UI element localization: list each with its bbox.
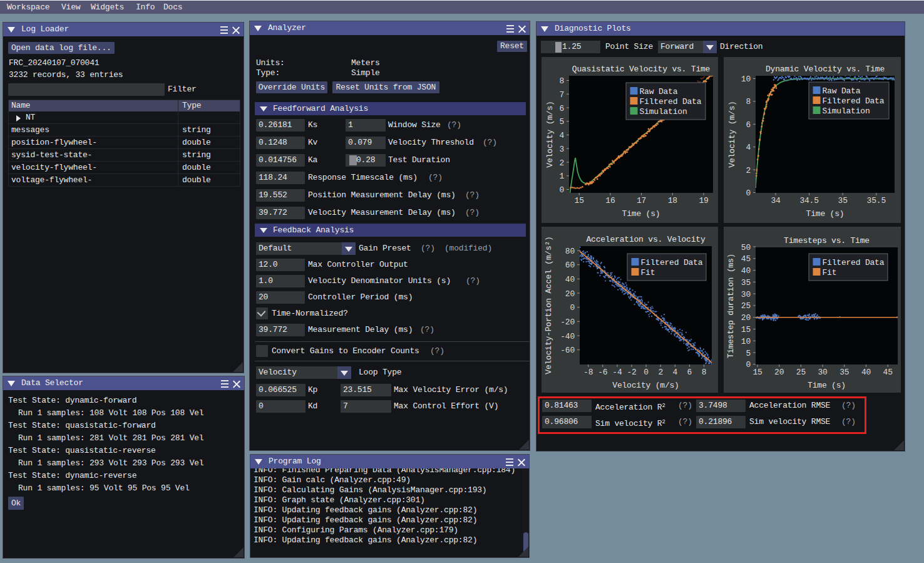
- svg-text:16: 16: [605, 196, 615, 205]
- svg-text:7: 7: [559, 90, 564, 100]
- svg-text:6: 6: [687, 368, 692, 377]
- svg-text:-4: -4: [612, 368, 622, 377]
- svg-text:34.5: 34.5: [799, 196, 818, 205]
- svg-text:0: 0: [644, 368, 649, 377]
- svg-text:40: 40: [861, 368, 871, 377]
- svg-text:2: 2: [658, 368, 663, 377]
- svg-text:3: 3: [559, 145, 564, 154]
- svg-text:-2: -2: [627, 368, 636, 377]
- svg-text:30: 30: [741, 290, 751, 299]
- svg-text:Simulation: Simulation: [823, 106, 870, 116]
- svg-text:35: 35: [838, 196, 848, 205]
- svg-text:Timestep duration (ms): Timestep duration (ms): [726, 254, 736, 358]
- svg-text:Filtered Data: Filtered Data: [640, 97, 702, 106]
- svg-text:Velocity (m/s): Velocity (m/s): [727, 101, 737, 167]
- svg-text:8: 8: [702, 368, 707, 377]
- svg-text:80: 80: [565, 247, 575, 256]
- svg-text:40: 40: [565, 275, 575, 284]
- svg-text:35.5: 35.5: [867, 196, 886, 205]
- svg-text:0: 0: [746, 189, 751, 198]
- svg-text:4: 4: [559, 131, 564, 140]
- svg-text:15: 15: [575, 196, 584, 205]
- svg-text:40: 40: [741, 266, 751, 276]
- svg-text:-40: -40: [560, 332, 575, 341]
- svg-text:-20: -20: [560, 318, 575, 327]
- svg-text:Velocity-Portion Accel (m/s²): Velocity-Portion Accel (m/s²): [544, 236, 553, 374]
- svg-text:-8: -8: [583, 368, 593, 377]
- svg-text:60: 60: [565, 261, 575, 270]
- svg-text:45: 45: [741, 254, 751, 264]
- svg-text:45: 45: [883, 368, 893, 377]
- svg-text:20: 20: [774, 368, 784, 377]
- svg-text:Filtered Data: Filtered Data: [641, 258, 703, 267]
- svg-text:4: 4: [746, 143, 751, 152]
- svg-text:35: 35: [741, 278, 751, 287]
- svg-text:5: 5: [559, 117, 564, 127]
- svg-text:25: 25: [741, 301, 751, 311]
- svg-text:18: 18: [668, 196, 677, 205]
- svg-text:15: 15: [741, 325, 751, 334]
- svg-text:8: 8: [746, 97, 751, 106]
- svg-text:0: 0: [570, 303, 575, 312]
- svg-text:Quasistatic Velocity vs. Time: Quasistatic Velocity vs. Time: [572, 65, 710, 74]
- svg-text:15: 15: [752, 368, 762, 377]
- svg-text:19: 19: [699, 196, 708, 205]
- svg-text:Filtered Data: Filtered Data: [823, 96, 885, 106]
- svg-text:2: 2: [559, 158, 564, 168]
- svg-text:2: 2: [746, 166, 751, 175]
- svg-text:17: 17: [637, 196, 646, 205]
- svg-text:Fit: Fit: [823, 268, 837, 277]
- svg-text:Dynamic Velocity vs. Time: Dynamic Velocity vs. Time: [766, 65, 885, 74]
- svg-text:6: 6: [746, 120, 751, 130]
- svg-text:Time (s): Time (s): [808, 381, 846, 390]
- svg-text:Acceleration vs. Velocity: Acceleration vs. Velocity: [586, 235, 705, 244]
- svg-text:-60: -60: [560, 346, 575, 355]
- svg-text:Simulation: Simulation: [640, 107, 687, 116]
- svg-text:10: 10: [741, 337, 751, 346]
- svg-text:Time (s): Time (s): [806, 209, 844, 219]
- svg-text:0: 0: [746, 360, 751, 369]
- svg-text:4: 4: [672, 368, 677, 377]
- svg-text:Velocity (m/s): Velocity (m/s): [612, 381, 679, 390]
- svg-text:5: 5: [746, 349, 751, 358]
- svg-text:50: 50: [741, 243, 751, 252]
- svg-text:35: 35: [839, 368, 849, 377]
- svg-text:6: 6: [559, 104, 564, 113]
- svg-text:-6: -6: [598, 368, 607, 377]
- svg-text:25: 25: [796, 368, 806, 377]
- svg-text:Raw Data: Raw Data: [823, 86, 861, 96]
- svg-text:1: 1: [559, 172, 564, 181]
- svg-text:Fit: Fit: [641, 268, 655, 277]
- svg-text:Timesteps vs. Time: Timesteps vs. Time: [784, 236, 870, 245]
- svg-text:34: 34: [771, 196, 781, 205]
- svg-text:Velocity (m/s): Velocity (m/s): [545, 101, 555, 167]
- svg-text:8: 8: [559, 76, 564, 86]
- svg-text:20: 20: [741, 313, 751, 323]
- svg-text:Time (s): Time (s): [622, 209, 660, 219]
- svg-text:0: 0: [559, 185, 564, 195]
- svg-text:Filtered Data: Filtered Data: [823, 258, 885, 267]
- svg-text:30: 30: [818, 368, 827, 377]
- svg-text:20: 20: [565, 289, 575, 299]
- svg-text:10: 10: [741, 75, 751, 84]
- svg-text:Raw Data: Raw Data: [640, 87, 678, 96]
